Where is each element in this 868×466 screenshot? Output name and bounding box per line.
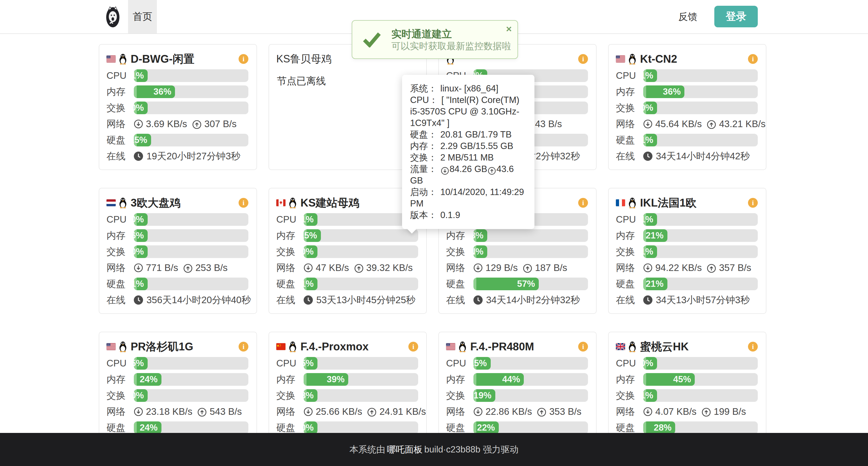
info-icon[interactable]: i	[578, 54, 588, 64]
swap-bar-fill: 0%	[134, 102, 148, 114]
info-icon[interactable]: i	[748, 54, 758, 64]
swap-bar-track: 0%	[134, 389, 248, 402]
net-down-value: 4.07 KB/s	[655, 406, 696, 417]
stat-label-swap: 交换	[616, 389, 643, 402]
tooltip-value: 0.1.9	[440, 210, 460, 220]
net-down-value: 94.22 KB/s	[655, 262, 702, 273]
net-down-icon	[643, 407, 652, 416]
tooltip-label: 启动：	[410, 187, 437, 197]
cpu-bar-fill: 15%	[473, 357, 491, 370]
disk-bar-track: 57%	[473, 277, 588, 290]
stat-label-mem: 内存	[616, 229, 643, 242]
footer-panel-link[interactable]: 哪吒面板	[387, 443, 423, 456]
stat-label-disk: 硬盘	[276, 422, 304, 434]
stat-label-mem: 内存	[106, 229, 134, 242]
stat-label-net: 网络	[276, 405, 304, 418]
swap-bar-value: 1%	[643, 390, 653, 401]
stat-label-online: 在线	[616, 294, 643, 307]
swap-bar-value: 19%	[474, 390, 492, 401]
cpu-bar-track: 1%	[643, 213, 758, 226]
linux-tux-icon	[288, 341, 297, 353]
site-logo[interactable]	[106, 5, 120, 28]
info-icon[interactable]: i	[239, 342, 248, 352]
swap-bar-fill: N%	[473, 245, 487, 258]
toast-message: 可以实时获取最新监控数据啦	[392, 40, 511, 52]
info-icon[interactable]: i	[578, 342, 588, 352]
net-values: 94.22 KB/s 357 B/s	[643, 262, 751, 273]
net-values: 47 KB/s 39.32 KB/s	[304, 262, 413, 273]
info-icon[interactable]: i	[578, 198, 588, 208]
swap-bar-fill: 0%	[304, 245, 317, 258]
server-card: D-BWG-闲置 i CPU 1% 内存 36% 交换 0%	[99, 44, 257, 170]
cpu-bar-fill: 5%	[304, 357, 317, 370]
footer: 本系统由 哪吒面板 build·c23b88b 强力驱动	[0, 433, 868, 466]
cpu-bar-track: 5%	[134, 357, 248, 370]
net-down-icon	[473, 407, 483, 416]
disk-bar-track: 24%	[134, 422, 248, 434]
stat-row-net: 网络 3.69 KB/s 307 B/s	[106, 118, 248, 130]
swap-bar-value: 0%	[134, 246, 144, 257]
tooltip-row: 交换：2 MB/511 MB	[410, 152, 529, 163]
stat-row-swap: 交换 1%	[616, 389, 758, 402]
net-down-icon	[134, 120, 143, 129]
stat-row-mem: 内存 45%	[616, 373, 758, 386]
net-up-icon	[707, 264, 716, 273]
disk-bar-fill: 21%	[643, 277, 668, 290]
net-up-icon	[488, 167, 496, 175]
disk-bar-fill: 15%	[134, 134, 151, 146]
info-icon[interactable]: i	[239, 198, 248, 208]
net-up-value: 357 B/s	[719, 262, 751, 273]
disk-bar-fill: 11%	[643, 134, 657, 146]
stat-label-mem: 内存	[616, 86, 643, 98]
cpu-bar-fill: 0%	[643, 357, 657, 370]
stat-label-cpu: CPU	[106, 214, 134, 225]
country-flag-icon-ca	[276, 199, 285, 206]
info-icon[interactable]: i	[408, 342, 418, 352]
stat-row-net: 网络 94.22 KB/s 357 B/s	[616, 262, 758, 274]
feedback-link[interactable]: 反馈	[678, 0, 698, 33]
info-icon[interactable]: i	[748, 198, 758, 208]
stat-row-disk: 硬盘 57%	[446, 277, 588, 290]
mem-bar-value: 6%	[134, 230, 144, 241]
uptime-value-wrap: 34天14小时4分钟42秒	[643, 150, 750, 163]
disk-bar-fill: 28%	[643, 422, 675, 434]
net-down-icon	[134, 263, 143, 272]
stat-row-cpu: CPU 1%	[616, 213, 758, 226]
mem-bar-value: 36%	[153, 87, 171, 97]
mem-bar-fill: 24%	[134, 373, 161, 386]
stat-label-swap: 交换	[276, 245, 304, 258]
info-icon[interactable]: i	[239, 54, 248, 64]
info-icon[interactable]: i	[748, 342, 758, 352]
net-up-value: 39.32 KB/s	[366, 262, 413, 273]
country-flag-icon-nl	[106, 199, 116, 206]
net-up-icon	[367, 408, 376, 417]
mem-bar-track: 44%	[473, 373, 588, 386]
swap-bar-fill: 19%	[473, 389, 495, 402]
uptime-clock-icon	[134, 152, 143, 161]
stat-row-cpu: CPU 1%	[276, 213, 418, 226]
linux-tux-icon	[628, 53, 637, 65]
server-card: IKL法国1欧 i CPU 1% 内存 21% 交换 1%	[608, 188, 766, 314]
mem-bar-value: 39%	[327, 374, 344, 385]
stat-row-cpu: CPU 5%	[106, 357, 248, 370]
disk-bar-track: 22%	[473, 422, 588, 434]
tooltip-label: 流量：	[410, 164, 437, 174]
stat-label-disk: 硬盘	[276, 277, 304, 291]
uptime-value: 34天13小时57分钟3秒	[656, 294, 750, 307]
stat-label-net: 网络	[616, 405, 643, 418]
toast-close-icon[interactable]: ×	[506, 23, 512, 35]
net-up-value: 43.21 KB/s	[719, 119, 765, 129]
stat-label-online: 在线	[276, 294, 304, 307]
stat-row-mem: 内存 44%	[446, 373, 588, 386]
swap-bar-track: 0%	[304, 245, 418, 258]
login-button-label: 登录	[726, 9, 747, 24]
tab-home[interactable]: 首页	[128, 0, 157, 33]
login-button[interactable]: 登录	[714, 6, 758, 27]
stat-row-cpu: CPU 0%	[616, 357, 758, 370]
disk-bar-track: 1%	[304, 277, 418, 290]
swap-bar-track: 0%	[134, 245, 248, 258]
server-name: KS建站母鸡	[301, 196, 360, 210]
net-down-value: 25.66 KB/s	[316, 406, 362, 417]
mem-bar-track: 36%	[134, 86, 248, 98]
tooltip-row: 流量： 84.26 GB 43.6 GB	[410, 163, 529, 187]
